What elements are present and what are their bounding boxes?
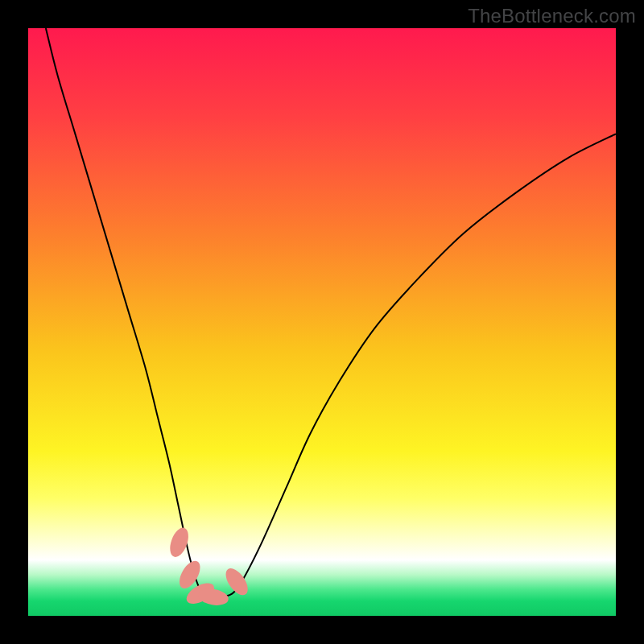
gradient-background (28, 28, 616, 616)
bottleneck-chart (28, 28, 616, 616)
watermark-text: TheBottleneck.com (468, 5, 636, 27)
plot-area (28, 28, 616, 616)
chart-frame: TheBottleneck.com (0, 0, 644, 644)
